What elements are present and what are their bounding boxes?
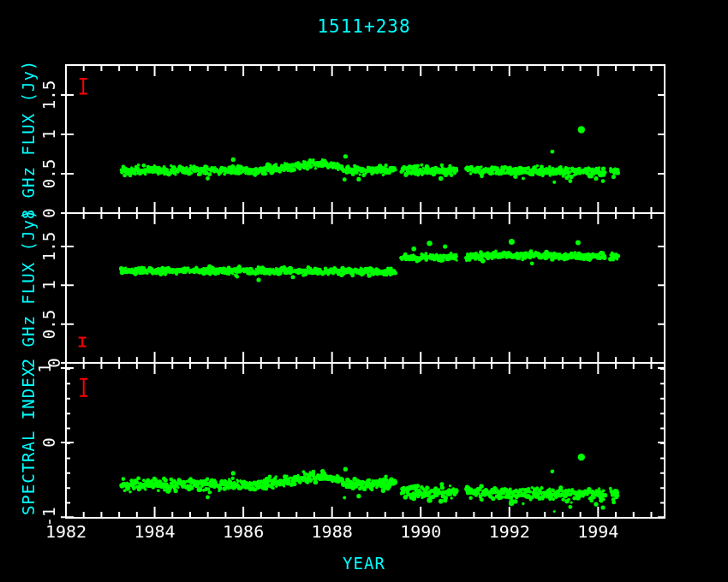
light-curve-figure: 1511+238 8 GHz FLUX (Jy) 2 GHz FLUX (Jy)… xyxy=(0,0,728,582)
y-axis-title-8ghz-flux: 8 GHz FLUX (Jy) xyxy=(19,59,38,219)
y-tick-label: 0 xyxy=(39,208,58,217)
y-tick-label: 0 xyxy=(39,437,58,447)
y-tick-label: -1 xyxy=(39,508,58,527)
y-tick-label: 0.5 xyxy=(39,159,58,188)
y-tick-label: 1 xyxy=(35,363,54,372)
x-tick-label: 1988 xyxy=(312,521,353,542)
y-tick-label: 1.5 xyxy=(39,232,58,261)
y-tick-label: 1.5 xyxy=(39,80,58,110)
x-tick-label: 1984 xyxy=(134,521,175,542)
x-tick-label: 1986 xyxy=(223,521,264,542)
y-tick-label: 1 xyxy=(39,129,58,139)
y-axis-title-2ghz-flux: 2 GHz FLUX (Jy) xyxy=(19,208,38,368)
x-tick-label: 1992 xyxy=(489,521,530,542)
y-tick-label: 0.5 xyxy=(39,309,58,338)
y-axis-title-spectral-index: SPECTRAL INDEX xyxy=(19,365,38,514)
x-axis-title: YEAR xyxy=(0,554,728,573)
plot-canvas xyxy=(0,0,728,582)
x-tick-label: 1990 xyxy=(400,521,441,542)
plot-title: 1511+238 xyxy=(0,16,728,37)
y-tick-label: 1 xyxy=(39,281,58,290)
x-tick-label: 1994 xyxy=(577,521,618,542)
